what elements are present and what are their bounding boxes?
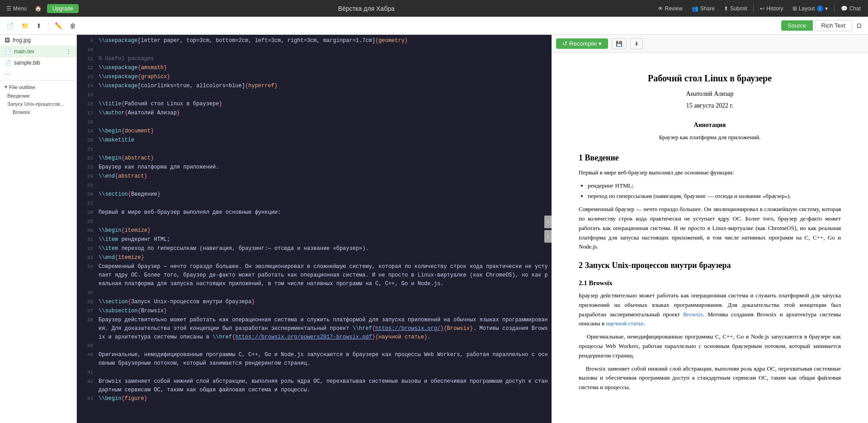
editor-toolbar: 📄 📁 ⬆ ✏️ 🗑 Source Rich Text Ω [0, 17, 868, 35]
submit-icon: ⬆ [724, 5, 728, 12]
section-2-para2: Оригинальные, немодифицированные програм… [579, 332, 841, 360]
new-folder-button[interactable]: 📁 [19, 20, 32, 31]
preview-toolbar: ↺ Recompile ▾ 💾 ⬇ [552, 35, 868, 53]
code-editor[interactable]: 9 \\usepackage[letter paper, top=3cm, bo… [77, 35, 552, 423]
collapse-left-button[interactable]: ‹ [544, 230, 552, 243]
code-line: 16 \\title{Рабочий стол Linux в браузере… [77, 100, 552, 109]
list-item: рендеринг HTML; [588, 181, 841, 191]
code-line: 35 [77, 289, 552, 298]
more-files[interactable]: ··· [0, 68, 76, 80]
chat-button[interactable]: 💬 Chat [837, 4, 864, 13]
layout-info-icon: i [817, 5, 823, 12]
nav-right: 👁 Review 👥 Share ⬆ Submit ↩ History ⊞ La… [654, 4, 864, 13]
code-line: 13 \\usepackage{graphicx} [77, 73, 552, 82]
upload-icon: ⬆ [36, 22, 42, 29]
edit-button[interactable]: ✏️ [52, 20, 65, 31]
history-button[interactable]: ↩ History [756, 4, 787, 13]
document-author: Анатолий Ализар [579, 89, 841, 99]
code-line: 9 \\usepackage[letter paper, top=3cm, bo… [77, 37, 552, 46]
code-line: 41 [77, 368, 552, 377]
source-tab[interactable]: Source [781, 20, 812, 31]
code-line: 30 \\begin{itemize} [77, 226, 552, 235]
folder-icon: 📁 [21, 22, 29, 29]
outline-header[interactable]: ▾ File outline [0, 82, 76, 92]
section-2-para3: Browsix заменяет собой нижний слой абстр… [579, 364, 841, 392]
home-button[interactable]: 🏠 [32, 4, 44, 13]
review-button[interactable]: 👁 Review [654, 4, 686, 13]
file-name-bib: sample.bib [14, 60, 40, 66]
document-title: Рабочий стол Linux в браузере [579, 71, 841, 85]
new-file-button[interactable]: 📄 [4, 20, 17, 31]
code-line: 24 \\end{abstract} [77, 172, 552, 181]
preview-panel: ↺ Recompile ▾ 💾 ⬇ Рабочий стол Linux в б… [552, 35, 868, 423]
recompile-button[interactable]: ↺ Recompile ▾ [556, 38, 608, 49]
app-title: Вёрстка для Хабра [338, 5, 395, 12]
home-icon: 🏠 [35, 5, 42, 12]
file-item-bib[interactable]: 📄 sample.bib [0, 57, 76, 68]
code-line: 18 [77, 118, 552, 127]
abstract-text: Браузер как платформа для приложений. [579, 133, 841, 142]
code-line: 19 \\begin{document} [77, 127, 552, 136]
rich-text-tab[interactable]: Rich Text [815, 20, 852, 31]
collapse-right-button[interactable]: › [544, 216, 552, 228]
menu-button[interactable]: ☰ Menu [4, 4, 29, 13]
layout-button[interactable]: ⊞ Layout i ▾ [789, 4, 831, 13]
section-1-heading: 1 Введение [579, 151, 841, 164]
omega-button[interactable]: Ω [854, 20, 864, 31]
code-line: 17 \\author{Анатолий Ализар} [77, 109, 552, 118]
code-line: 40 Оригинальные, немодифицированные прог… [77, 351, 552, 368]
chat-icon: 💬 [841, 5, 848, 12]
menu-icon: ☰ [6, 5, 11, 12]
download-icon: ⬇ [634, 41, 639, 47]
outline-item-intro[interactable]: Введение [0, 92, 76, 100]
recompile-dropdown-arrow: ▾ [599, 40, 602, 47]
editor-area: 9 \\usepackage[letter paper, top=3cm, bo… [77, 35, 552, 423]
upload-button[interactable]: ⬆ [33, 20, 44, 31]
code-line: 33 \\end{itemize} [77, 254, 552, 263]
section-1-list: рендеринг HTML; переход по гиперссылкам … [588, 181, 841, 202]
file-item-main[interactable]: 📄 main.tex ⋮ [0, 46, 76, 57]
code-line: 42 Browsix заменяет собой нижний слой аб… [77, 377, 552, 395]
share-button[interactable]: 👥 Share [688, 4, 718, 13]
list-item: переход по гиперссылкам (навигация, брау… [588, 192, 841, 201]
image-file-icon: 🖼 [5, 37, 10, 43]
paper-link[interactable]: научной статье [606, 320, 643, 327]
document-date: 15 августа 2022 г. [579, 101, 841, 111]
toolbar-divider [48, 20, 48, 31]
pencil-icon: ✏️ [55, 22, 62, 29]
outline-item-browsix[interactable]: Browsix [0, 108, 76, 116]
file-panel: 🖼 frog.jpg 📄 main.tex ⋮ 📄 sample.bib ···… [0, 35, 77, 423]
code-line: 10 [77, 46, 552, 55]
nav-left: ☰ Menu 🏠 Upgrade [4, 4, 79, 13]
code-line: 21 [77, 145, 552, 154]
review-icon: 👁 [658, 5, 663, 12]
nav-divider [753, 4, 754, 13]
file-item-frog[interactable]: 🖼 frog.jpg [0, 35, 76, 46]
save-preview-button[interactable]: 💾 [612, 38, 627, 49]
code-line: 20 \\maketitle [77, 136, 552, 145]
layout-dropdown-icon: ▾ [825, 5, 828, 12]
code-line: 23 Браузер как платформа для приложений. [77, 163, 552, 172]
code-line: 27 [77, 199, 552, 208]
section-2-para1: Браузер действительно может работать как… [579, 291, 841, 329]
history-icon: ↩ [760, 5, 764, 12]
code-line: 15 [77, 91, 552, 100]
delete-button[interactable]: 🗑 [67, 20, 79, 31]
nav-divider2 [834, 4, 835, 13]
code-line: 11 % Useful packages [77, 55, 552, 64]
code-line: 22 \\begin{abstract} [77, 154, 552, 163]
share-icon: 👥 [692, 5, 698, 12]
file-outline: ▾ File outline Введение Запуск Unix-проц… [0, 80, 76, 423]
file-more-menu[interactable]: ⋮ [66, 48, 72, 55]
code-line: 32 \\item переход по гиперссылкам (навиг… [77, 244, 552, 254]
submit-button[interactable]: ⬆ Submit [720, 4, 750, 13]
outline-item-unix[interactable]: Запуск Unix-процессов... [0, 100, 76, 108]
code-line: 38 Браузер действительно может работать … [77, 316, 552, 342]
upgrade-button[interactable]: Upgrade [47, 4, 79, 13]
download-button[interactable]: ⬇ [630, 38, 643, 49]
menu-label: Menu [13, 5, 27, 12]
new-file-icon: 📄 [6, 22, 14, 29]
browsix-link[interactable]: Browsix [683, 311, 703, 318]
preview-document[interactable]: Рабочий стол Linux в браузере Анатолий А… [552, 53, 868, 423]
code-line: 34 Современный браузер — нечто гораздо б… [77, 263, 552, 289]
